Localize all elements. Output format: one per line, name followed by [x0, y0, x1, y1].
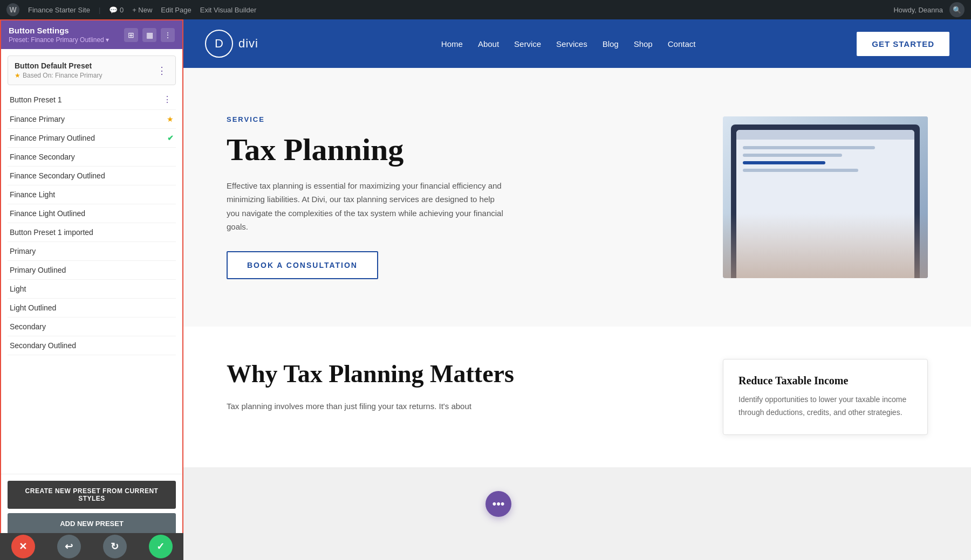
nav-links: Home About Service Services Blog Shop Co…: [280, 39, 857, 49]
service-section: SERVICE Tax Planning Effective tax plann…: [183, 68, 971, 327]
admin-exit-builder[interactable]: Exit Visual Builder: [200, 6, 257, 14]
preset-name: Finance Primary: [10, 115, 167, 123]
why-description: Tax planning involves more than just fil…: [227, 399, 701, 413]
preset-name: Finance Secondary Outlined: [10, 171, 174, 180]
list-item[interactable]: Finance Secondary Outlined: [8, 167, 176, 185]
create-preset-button[interactable]: CREATE NEW PRESET FROM CURRENT STYLES: [8, 481, 176, 509]
check-icon: ✔: [167, 134, 174, 142]
list-item[interactable]: Finance Secondary: [8, 148, 176, 167]
site-nav: D divi Home About Service Services Blog …: [183, 19, 971, 68]
nav-link-service[interactable]: Service: [514, 39, 541, 49]
star-icon: ★: [167, 115, 174, 123]
why-title: Why Tax Planning Matters: [227, 359, 701, 389]
default-preset-dots-menu[interactable]: ⋮: [155, 65, 169, 77]
logo-letter: D: [215, 37, 223, 51]
panel-header: Button Settings Preset: Finance Primary …: [1, 20, 182, 49]
preset-list-container: Button Default Preset ★ Based On: Financ…: [1, 49, 182, 474]
service-label: SERVICE: [227, 115, 690, 123]
preset-name: Finance Light Outlined: [10, 209, 174, 218]
wp-logo-icon[interactable]: W: [6, 3, 19, 16]
service-content: SERVICE Tax Planning Effective tax plann…: [227, 115, 690, 279]
bottom-bar: ✕ ↩ ↻ ✓: [0, 533, 183, 560]
panel-preset-selector[interactable]: Preset: Finance Primary Outlined ▾: [9, 36, 109, 44]
left-panel: Button Settings Preset: Finance Primary …: [0, 19, 183, 560]
default-preset-box[interactable]: Button Default Preset ★ Based On: Financ…: [8, 56, 176, 85]
panel-title: Button Settings: [9, 26, 109, 35]
preset-name: Finance Light: [10, 190, 174, 199]
list-item[interactable]: Primary Outlined: [8, 261, 176, 280]
nav-link-services[interactable]: Services: [556, 39, 587, 49]
nav-link-shop[interactable]: Shop: [634, 39, 653, 49]
nav-link-contact[interactable]: Contact: [668, 39, 696, 49]
list-item[interactable]: Secondary Outlined: [8, 336, 176, 355]
list-item[interactable]: Primary: [8, 242, 176, 261]
nav-link-blog[interactable]: Blog: [603, 39, 619, 49]
reduce-title: Reduce Taxable Income: [738, 375, 912, 387]
preset-name: Light: [10, 285, 174, 293]
site-logo: D divi: [205, 30, 258, 58]
preset-dots-icon[interactable]: ⋮: [161, 94, 174, 105]
preset-name: Button Preset 1: [10, 95, 161, 104]
list-item[interactable]: Finance Primary Outlined ✔: [8, 129, 176, 148]
list-item[interactable]: Light Outlined: [8, 299, 176, 317]
fab-dots-icon: •••: [492, 497, 504, 511]
admin-howdy: Howdy, Deanna: [893, 6, 943, 14]
logo-name: divi: [238, 37, 258, 51]
why-content: Why Tax Planning Matters Tax planning in…: [227, 359, 701, 413]
main-content: D divi Home About Service Services Blog …: [183, 19, 971, 560]
service-title: Tax Planning: [227, 132, 690, 168]
preset-name: Finance Secondary: [10, 153, 174, 161]
floating-action-button[interactable]: •••: [485, 491, 511, 517]
preset-name: Primary: [10, 247, 174, 255]
star-icon: ★: [15, 72, 20, 79]
confirm-button[interactable]: ✓: [149, 535, 173, 558]
add-preset-button[interactable]: ADD NEW PRESET: [8, 513, 176, 534]
service-description: Effective tax planning is essential for …: [227, 179, 507, 234]
panel-icon-duplicate[interactable]: ⊞: [124, 28, 138, 42]
why-section: Why Tax Planning Matters Tax planning in…: [183, 327, 971, 467]
redo-button[interactable]: ↻: [103, 535, 127, 558]
admin-comments[interactable]: 💬 0: [109, 6, 124, 14]
admin-search-icon[interactable]: 🔍: [949, 2, 965, 17]
preset-name: Light Outlined: [10, 303, 174, 312]
preset-name: Primary Outlined: [10, 266, 174, 274]
panel-header-icons: ⊞ ▦ ⋮: [124, 28, 175, 42]
list-item[interactable]: Finance Primary ★: [8, 110, 176, 129]
admin-bar: W Finance Starter Site | 💬 0 + New Edit …: [0, 0, 971, 19]
default-preset-title: Button Default Preset: [15, 61, 102, 70]
reduce-description: Identify opportunities to lower your tax…: [738, 393, 912, 419]
default-preset-based-on: ★ Based On: Finance Primary: [15, 72, 102, 79]
preset-name: Button Preset 1 imported: [10, 228, 174, 237]
logo-circle: D: [205, 30, 233, 58]
nav-cta-button[interactable]: GET STARTED: [857, 32, 949, 56]
preset-name: Finance Primary Outlined: [10, 134, 167, 142]
nav-link-about[interactable]: About: [478, 39, 499, 49]
admin-site-name[interactable]: Finance Starter Site: [28, 6, 90, 14]
list-item[interactable]: Secondary: [8, 317, 176, 336]
service-image: [723, 116, 928, 278]
preset-list: Button Preset 1 ⋮ Finance Primary ★ Fina…: [1, 89, 182, 355]
admin-edit-page[interactable]: Edit Page: [161, 6, 191, 14]
close-button[interactable]: ✕: [11, 535, 35, 558]
preset-name: Secondary: [10, 322, 174, 331]
list-item[interactable]: Button Preset 1 ⋮: [8, 89, 176, 110]
panel-icon-grid[interactable]: ▦: [142, 28, 156, 42]
panel-icon-more[interactable]: ⋮: [161, 28, 175, 42]
list-item[interactable]: Finance Light: [8, 185, 176, 204]
preset-name: Secondary Outlined: [10, 341, 174, 350]
list-item[interactable]: Button Preset 1 imported: [8, 223, 176, 242]
undo-button[interactable]: ↩: [57, 535, 81, 558]
list-item[interactable]: Finance Light Outlined: [8, 204, 176, 223]
reduce-card: Reduce Taxable Income Identify opportuni…: [723, 359, 928, 435]
nav-link-home[interactable]: Home: [441, 39, 463, 49]
book-consultation-button[interactable]: BOOK A CONSULTATION: [227, 251, 378, 279]
admin-new[interactable]: + New: [132, 6, 152, 14]
list-item[interactable]: Light: [8, 280, 176, 299]
